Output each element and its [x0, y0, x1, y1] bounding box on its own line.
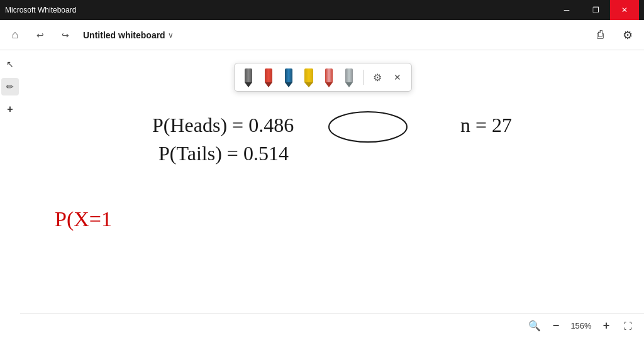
select-tool-button[interactable]: ↖ — [1, 55, 19, 73]
undo-button[interactable]: ↩ — [30, 25, 50, 45]
restore-button[interactable]: ❐ — [581, 0, 610, 20]
undo-icon: ↩ — [36, 30, 44, 40]
window-controls: ─ ❐ ✕ — [552, 0, 639, 20]
pen-tool-button[interactable]: ✏ — [1, 78, 19, 95]
home-button[interactable]: ⌂ — [5, 25, 25, 45]
title-chevron-icon[interactable]: ∨ — [168, 31, 174, 40]
pen-icon: ✏ — [6, 82, 14, 92]
redo-button[interactable]: ↪ — [55, 25, 75, 45]
minimize-button[interactable]: ─ — [552, 0, 581, 20]
whiteboard-content: P(Heads) = 0.486 P(Tails) = 0.514 n = 27… — [20, 50, 644, 313]
zoom-level: 156% — [569, 321, 594, 330]
fit-view-button[interactable]: ⛶ — [619, 317, 636, 335]
redo-icon: ↪ — [62, 30, 69, 40]
zoom-out-button[interactable]: 🔍 — [526, 317, 543, 335]
bottom-bar: 🔍 − 156% + ⛶ — [20, 313, 644, 338]
close-button[interactable]: ✕ — [610, 0, 639, 20]
fit-view-icon: ⛶ — [623, 321, 632, 331]
settings-icon: ⚙ — [623, 28, 633, 42]
n-value: n = 27 — [460, 114, 512, 136]
heads-text: P(Heads) = 0.486 — [152, 114, 294, 136]
add-icon: + — [7, 104, 13, 115]
left-toolbar: ↖ ✏ + — [0, 50, 20, 123]
home-icon: ⌂ — [12, 28, 19, 41]
menu-bar: ⌂ ↩ ↪ Untitled whiteboard ∨ ⎙ ⚙ — [0, 20, 644, 50]
canvas-area: ⚙ ✕ P(Heads) = 0.486 P(Tails) = 0.514 n … — [20, 50, 644, 313]
share-button[interactable]: ⎙ — [589, 24, 611, 46]
tails-text: P(Tails) = 0.514 — [158, 142, 289, 165]
px-text: P(X=1 — [55, 207, 112, 231]
circled-value — [329, 112, 407, 142]
zoom-out-minus-button[interactable]: − — [547, 317, 565, 335]
zoom-out-icon: 🔍 — [528, 320, 541, 332]
app-title: Microsoft Whiteboard — [5, 6, 76, 14]
whiteboard-title: Untitled whiteboard — [83, 30, 165, 40]
title-bar: Microsoft Whiteboard ─ ❐ ✕ — [0, 0, 644, 20]
menu-right: ⎙ ⚙ — [589, 24, 639, 46]
zoom-in-button[interactable]: + — [597, 317, 615, 335]
settings-button[interactable]: ⚙ — [616, 24, 639, 46]
add-tool-button[interactable]: + — [1, 101, 19, 118]
select-icon: ↖ — [6, 59, 14, 69]
share-icon: ⎙ — [597, 28, 604, 41]
title-area: Untitled whiteboard ∨ — [83, 30, 174, 40]
